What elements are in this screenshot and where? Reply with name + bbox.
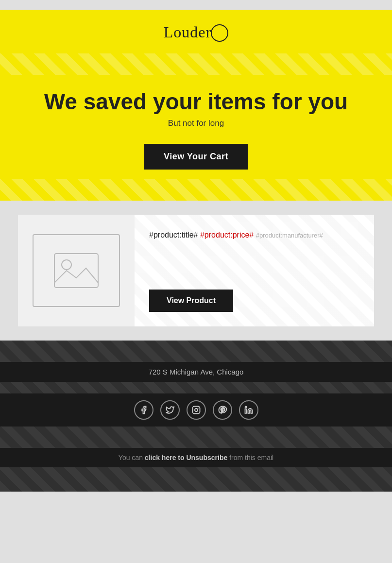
product-meta: #product:title# #product:price# #product… <box>149 229 359 241</box>
svg-rect-2 <box>192 407 200 414</box>
footer-stripe-mid <box>0 382 392 393</box>
product-title: #product:title# <box>149 231 198 239</box>
footer-stripe-final <box>0 467 392 492</box>
unsubscribe-suffix: from this email <box>229 454 273 461</box>
footer-address-bar: 720 S Michigan Ave, Chicago <box>0 362 392 382</box>
footer-address: 720 S Michigan Ave, Chicago <box>149 368 244 376</box>
stripe-band-bottom <box>0 179 392 201</box>
view-product-button[interactable]: View Product <box>149 290 233 312</box>
product-image-area <box>18 215 135 326</box>
svg-point-3 <box>195 409 198 411</box>
logo-bar: Louder <box>0 10 392 53</box>
svg-point-4 <box>198 408 199 409</box>
hero-area: We saved your items for you But not for … <box>0 75 392 180</box>
logo-circle <box>211 24 228 42</box>
social-linkedin-icon[interactable] <box>239 400 258 420</box>
view-cart-button[interactable]: View Your Cart <box>144 144 248 170</box>
social-facebook-icon[interactable] <box>134 400 153 420</box>
product-details: #product:title# #product:price# #product… <box>135 215 374 326</box>
product-price: #product:price# <box>200 231 254 239</box>
svg-rect-5 <box>245 409 246 413</box>
product-section: #product:title# #product:price# #product… <box>17 214 375 327</box>
social-pinterest-icon[interactable] <box>213 400 232 420</box>
footer-section: 720 S Michigan Ave, Chicago <box>0 341 392 492</box>
unsubscribe-link[interactable]: click here to Unsubscribe <box>145 454 227 461</box>
unsubscribe-prefix: You can <box>119 454 145 461</box>
hero-subtitle: But not for long <box>19 119 373 128</box>
footer-social-bar <box>0 393 392 427</box>
hero-title: We saved your items for you <box>19 89 373 114</box>
image-placeholder-icon <box>52 251 101 290</box>
footer-stripe-top <box>0 341 392 362</box>
svg-rect-0 <box>54 254 98 288</box>
svg-point-1 <box>62 260 71 270</box>
footer-stripe-bot <box>0 427 392 448</box>
stripe-band-top <box>0 53 392 75</box>
svg-point-6 <box>245 407 246 408</box>
footer-unsubscribe-bar: You can click here to Unsubscribe from t… <box>0 448 392 467</box>
social-instagram-icon[interactable] <box>187 400 206 420</box>
logo-text: Louder <box>164 23 228 41</box>
header-section: Louder We saved your items for you But n… <box>0 10 392 201</box>
product-image-placeholder <box>33 234 120 307</box>
product-manufacturer: #product:manufacturer# <box>256 232 323 239</box>
logo-wordmark: Louder <box>164 23 211 41</box>
email-wrapper: Louder We saved your items for you But n… <box>0 10 392 553</box>
social-twitter-icon[interactable] <box>160 400 180 420</box>
